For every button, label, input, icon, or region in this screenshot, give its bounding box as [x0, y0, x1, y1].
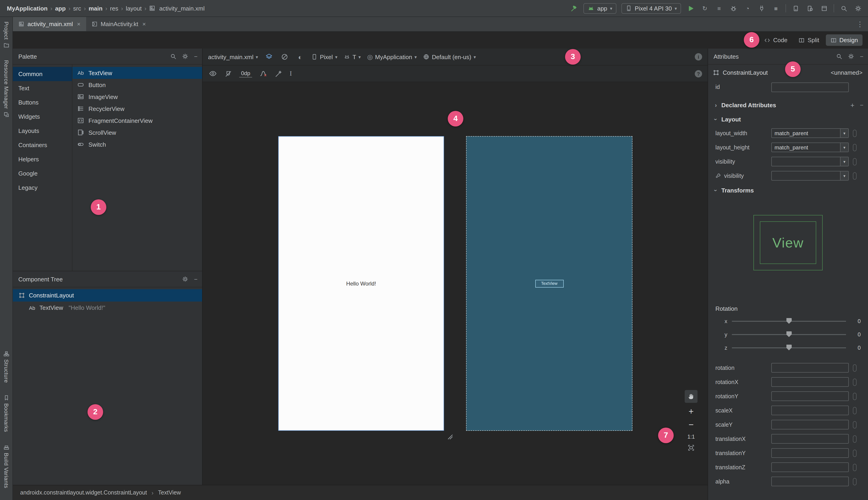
- tools-attribute-toggle[interactable]: [853, 158, 857, 165]
- zoom-out-button[interactable]: −: [688, 419, 694, 429]
- tools-attribute-toggle[interactable]: [853, 421, 857, 428]
- category-buttons[interactable]: Buttons: [13, 95, 72, 110]
- chevron-down-icon[interactable]: ▾: [840, 157, 848, 166]
- hide-icon[interactable]: −: [860, 53, 864, 59]
- tab-activity-main-xml[interactable]: activity_main.xml ×: [13, 17, 86, 31]
- close-icon[interactable]: ×: [77, 21, 80, 27]
- resize-handle[interactable]: [446, 433, 453, 440]
- category-common[interactable]: Common: [13, 67, 72, 81]
- tool-button-resource-manager[interactable]: Resource Manager: [3, 60, 9, 118]
- blueprint-preview[interactable]: TextView: [466, 136, 632, 431]
- apply-code-changes-icon[interactable]: ≡: [715, 4, 724, 13]
- pan-hand-icon[interactable]: [685, 390, 697, 403]
- api-selector-dropdown[interactable]: T ▾: [344, 53, 361, 60]
- gear-icon[interactable]: [848, 53, 855, 59]
- rotation-y-slider[interactable]: [732, 334, 846, 335]
- tools-attribute-toggle[interactable]: [853, 364, 857, 372]
- tools-attribute-toggle[interactable]: [853, 378, 857, 386]
- alpha-input[interactable]: [771, 477, 849, 486]
- device-selector-dropdown[interactable]: Pixel ▾: [311, 53, 337, 60]
- tab-options-kebab-icon[interactable]: ⋮: [857, 21, 864, 27]
- tool-button-structure[interactable]: Structure: [3, 350, 9, 383]
- apply-changes-icon[interactable]: ↻: [700, 4, 709, 13]
- help-icon[interactable]: ?: [695, 70, 702, 77]
- device-dropdown[interactable]: Pixel 4 API 30 ▾: [621, 3, 681, 13]
- category-text[interactable]: Text: [13, 81, 72, 95]
- tools-attribute-toggle[interactable]: [853, 450, 857, 457]
- search-icon[interactable]: [170, 53, 177, 59]
- scalex-input[interactable]: [771, 406, 849, 415]
- zoom-in-button[interactable]: +: [688, 406, 694, 416]
- rotationy-input[interactable]: [771, 391, 849, 401]
- design-surface[interactable]: Hello World! TextView: [203, 82, 708, 485]
- status-selected-view[interactable]: TextView: [158, 489, 181, 496]
- device-file-explorer-icon[interactable]: [820, 4, 829, 13]
- hide-icon[interactable]: −: [194, 53, 197, 59]
- chevron-down-icon[interactable]: ▾: [840, 129, 848, 137]
- breadcrumb-file[interactable]: activity_main.xml: [158, 4, 206, 13]
- pack-align-icon[interactable]: I: [290, 70, 292, 78]
- tool-button-build-variants[interactable]: Build Variants: [3, 444, 9, 488]
- design-preview[interactable]: Hello World!: [278, 136, 444, 431]
- gear-icon[interactable]: [182, 276, 189, 282]
- id-input[interactable]: [771, 82, 849, 92]
- chevron-down-icon[interactable]: ▾: [840, 171, 848, 180]
- attach-debugger-icon[interactable]: [757, 4, 766, 13]
- category-layouts[interactable]: Layouts: [13, 124, 72, 138]
- category-containers[interactable]: Containers: [13, 138, 72, 152]
- search-icon[interactable]: [839, 4, 848, 13]
- status-path[interactable]: androidx.constraintlayout.widget.Constra…: [20, 489, 147, 496]
- translationz-input[interactable]: [771, 463, 849, 472]
- theme-selector-dropdown[interactable]: ◎ MyApplication ▾: [367, 53, 416, 60]
- tools-attribute-toggle[interactable]: [853, 129, 857, 137]
- run-config-dropdown[interactable]: app ▾: [584, 3, 616, 13]
- tree-item-constraintlayout[interactable]: ConstraintLayout: [13, 289, 202, 302]
- add-attribute-icon[interactable]: +: [850, 102, 855, 109]
- chevron-down-icon[interactable]: ▾: [840, 143, 848, 152]
- tools-attribute-toggle[interactable]: [853, 478, 857, 485]
- autoconnect-magnet-icon[interactable]: [224, 69, 233, 78]
- build-hammer-icon[interactable]: [569, 4, 579, 13]
- tab-mainactivity-kt[interactable]: MainActivity.kt ×: [86, 17, 151, 31]
- palette-item-scrollview[interactable]: ScrollView: [72, 126, 202, 138]
- rotation-input[interactable]: [771, 363, 849, 373]
- scaley-input[interactable]: [771, 420, 849, 429]
- palette-item-button[interactable]: Button: [72, 79, 202, 91]
- run-icon[interactable]: [686, 4, 695, 13]
- gear-icon[interactable]: [182, 53, 189, 59]
- transforms-section[interactable]: › Transforms: [708, 183, 868, 197]
- mode-split-button[interactable]: Split: [794, 34, 824, 46]
- palette-item-textview[interactable]: Ab TextView: [72, 67, 202, 79]
- night-mode-icon[interactable]: ◐: [296, 52, 305, 61]
- tools-attribute-toggle[interactable]: [853, 435, 857, 443]
- mode-design-button[interactable]: Design: [826, 34, 863, 46]
- breadcrumb-project[interactable]: MyApplication: [5, 4, 49, 13]
- layout-inspector-icon[interactable]: [805, 4, 814, 13]
- breadcrumb-layout[interactable]: layout: [124, 4, 143, 13]
- rotation-x-slider[interactable]: [732, 321, 846, 321]
- slider-thumb[interactable]: [786, 344, 792, 350]
- tool-button-project[interactable]: Project: [3, 22, 9, 48]
- file-selector-dropdown[interactable]: activity_main.xml ▾: [208, 53, 258, 60]
- slider-thumb[interactable]: [786, 318, 792, 324]
- breadcrumb-res[interactable]: res: [108, 4, 119, 13]
- breadcrumb-app[interactable]: app: [54, 4, 67, 13]
- palette-item-fragmentcontainerview[interactable]: FragmentContainerView: [72, 115, 202, 126]
- tool-button-bookmarks[interactable]: Bookmarks: [3, 395, 9, 432]
- search-icon[interactable]: [836, 53, 843, 59]
- device-manager-icon[interactable]: [791, 4, 800, 13]
- breadcrumb-src[interactable]: src: [72, 4, 82, 13]
- locale-selector-dropdown[interactable]: Default (en-us) ▾: [423, 53, 476, 60]
- tools-attribute-toggle[interactable]: [853, 393, 857, 400]
- translationy-input[interactable]: [771, 448, 849, 458]
- category-widgets[interactable]: Widgets: [13, 110, 72, 124]
- category-legacy[interactable]: Legacy: [13, 181, 72, 195]
- view-options-eye-icon[interactable]: [208, 69, 217, 78]
- issue-panel-icon[interactable]: i: [695, 53, 702, 60]
- zoom-ratio-button[interactable]: 1:1: [687, 433, 695, 441]
- palette-item-recyclerview[interactable]: RecyclerView: [72, 103, 202, 115]
- profiler-icon[interactable]: ◔: [743, 4, 752, 13]
- tools-attribute-toggle[interactable]: [853, 464, 857, 471]
- zoom-to-fit-icon[interactable]: [687, 444, 695, 452]
- blueprint-textview[interactable]: TextView: [535, 280, 563, 287]
